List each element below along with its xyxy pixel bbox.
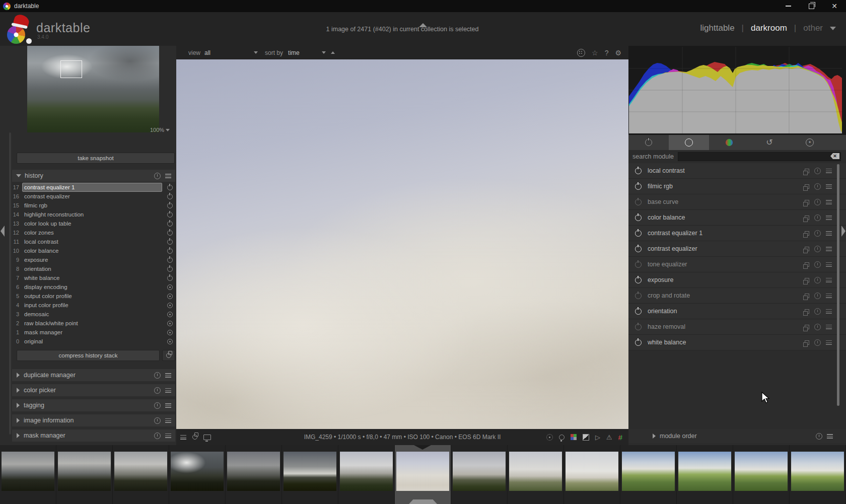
presets-menu-icon[interactable] — [826, 231, 832, 236]
module-power-icon[interactable] — [167, 221, 173, 227]
module-power-icon[interactable] — [167, 303, 173, 308]
presets-menu-icon[interactable] — [826, 294, 832, 298]
reset-icon[interactable] — [154, 402, 161, 409]
history-item-label[interactable]: mask manager — [22, 328, 162, 337]
filmstrip-thumbnail[interactable] — [733, 445, 789, 504]
presets-menu-icon[interactable] — [826, 340, 832, 345]
module-power-icon[interactable] — [635, 199, 642, 205]
view-darkroom[interactable]: darkroom — [751, 23, 787, 33]
module-power-icon[interactable] — [167, 203, 173, 208]
module-order-section[interactable]: module order — [628, 429, 846, 443]
section-tagging[interactable]: tagging — [12, 399, 175, 411]
history-item[interactable]: 0 original — [0, 337, 176, 346]
reset-icon[interactable] — [814, 246, 821, 252]
module-power-icon[interactable] — [635, 339, 642, 346]
presets-menu-icon[interactable] — [826, 309, 832, 314]
presets-menu-icon[interactable] — [165, 388, 171, 393]
module-row[interactable]: local contrast — [628, 163, 846, 179]
history-item[interactable]: 13 color look up table — [0, 219, 176, 228]
filmstrip-thumbnail[interactable] — [113, 445, 169, 504]
history-item-label[interactable]: output color profile — [22, 292, 162, 301]
module-power-icon[interactable] — [167, 194, 173, 199]
reset-icon[interactable] — [154, 173, 161, 179]
multi-instance-icon[interactable] — [805, 184, 809, 189]
module-power-icon[interactable] — [167, 330, 173, 335]
module-row[interactable]: color balance — [628, 210, 846, 226]
guides-icon[interactable] — [192, 435, 197, 440]
reset-icon[interactable] — [154, 433, 161, 439]
module-power-icon[interactable] — [635, 324, 642, 330]
overexposed-warning-icon[interactable] — [583, 434, 589, 441]
filmstrip-thumbnail[interactable] — [226, 445, 281, 504]
history-item[interactable]: 1 mask manager — [0, 328, 176, 337]
history-item[interactable]: 14 highlight reconstruction — [0, 210, 176, 219]
module-row[interactable]: base curve — [628, 194, 846, 210]
sort-direction-icon[interactable] — [331, 51, 335, 54]
history-item-label[interactable]: raw black/white point — [22, 319, 162, 328]
reset-icon[interactable] — [814, 214, 821, 221]
multi-instance-icon[interactable] — [805, 247, 809, 251]
sort-value[interactable]: time — [283, 49, 300, 56]
module-power-icon[interactable] — [635, 168, 642, 174]
module-label[interactable]: crop and rotate — [648, 292, 690, 299]
minimize-button[interactable] — [777, 0, 800, 12]
history-item-label[interactable]: display encoding — [22, 282, 162, 292]
preferences-gear-icon[interactable]: ⚙ — [615, 49, 621, 57]
module-row[interactable]: haze removal — [628, 319, 846, 335]
module-power-icon[interactable] — [167, 239, 173, 245]
multi-instance-icon[interactable] — [805, 215, 809, 220]
history-item-label[interactable]: filmic rgb — [22, 201, 162, 210]
multi-instance-icon[interactable] — [805, 294, 809, 298]
iso12646-assessment-icon[interactable] — [559, 435, 565, 440]
reset-icon[interactable] — [814, 230, 821, 237]
filmstrip-thumbnail[interactable] — [564, 445, 620, 504]
reset-icon[interactable] — [154, 372, 161, 379]
group-effects-tab[interactable]: ✦ — [790, 135, 830, 150]
presets-menu-icon[interactable] — [827, 434, 833, 439]
close-button[interactable]: ✕ — [823, 0, 846, 12]
module-row[interactable]: exposure — [628, 272, 846, 288]
presets-menu-icon[interactable] — [826, 247, 832, 251]
presets-menu-icon[interactable] — [826, 184, 832, 189]
reset-icon[interactable] — [154, 387, 161, 394]
module-row[interactable]: contrast equalizer 1 — [628, 226, 846, 241]
module-label[interactable]: contrast equalizer 1 — [648, 230, 702, 237]
filmstrip-thumbnail[interactable] — [395, 445, 451, 504]
module-label[interactable]: color balance — [648, 214, 685, 221]
multi-instance-icon[interactable] — [805, 340, 809, 345]
reset-icon[interactable] — [814, 277, 821, 283]
views-dropdown-icon[interactable] — [830, 27, 836, 30]
module-power-icon[interactable] — [167, 266, 173, 272]
filmstrip-thumbnail[interactable] — [620, 445, 676, 504]
reset-icon[interactable] — [816, 433, 822, 440]
filmstrip-thumbnail[interactable] — [338, 445, 394, 504]
history-item[interactable]: 3 demosaic — [0, 310, 176, 319]
module-row[interactable]: crop and rotate — [628, 288, 846, 304]
history-item-label[interactable]: orientation — [22, 264, 162, 273]
module-power-icon[interactable] — [167, 230, 173, 236]
section-image-information[interactable]: image information — [12, 414, 175, 426]
clear-search-icon[interactable]: ✕ — [830, 153, 839, 159]
navigation-zoom-rect[interactable] — [60, 60, 83, 78]
filmstrip-resize-grip[interactable] — [409, 499, 437, 504]
history-item-label[interactable]: color look up table — [22, 219, 162, 228]
module-power-icon[interactable] — [167, 212, 173, 218]
star-rating-filter-icon[interactable]: ☆ — [592, 49, 598, 57]
multi-instance-icon[interactable] — [805, 231, 809, 236]
history-item-label[interactable]: input color profile — [22, 301, 162, 310]
collapse-right-panel-arrow[interactable] — [841, 226, 845, 237]
view-other[interactable]: other — [803, 23, 823, 33]
right-panel-scrollbar[interactable] — [837, 164, 839, 406]
culling-layout-icon[interactable] — [577, 49, 585, 57]
reset-icon[interactable] — [814, 199, 821, 205]
presets-menu-icon[interactable] — [165, 373, 171, 378]
module-label[interactable]: base curve — [648, 198, 678, 205]
module-power-icon[interactable] — [635, 214, 642, 221]
reset-icon[interactable] — [814, 308, 821, 315]
navigation-preview[interactable] — [27, 46, 159, 132]
multi-instance-icon[interactable] — [805, 169, 809, 173]
module-label[interactable]: tone equalizer — [648, 261, 687, 268]
history-item[interactable]: 9 exposure — [0, 255, 176, 264]
rawoverexposed-icon[interactable] — [571, 434, 577, 440]
module-power-icon[interactable] — [635, 230, 642, 237]
